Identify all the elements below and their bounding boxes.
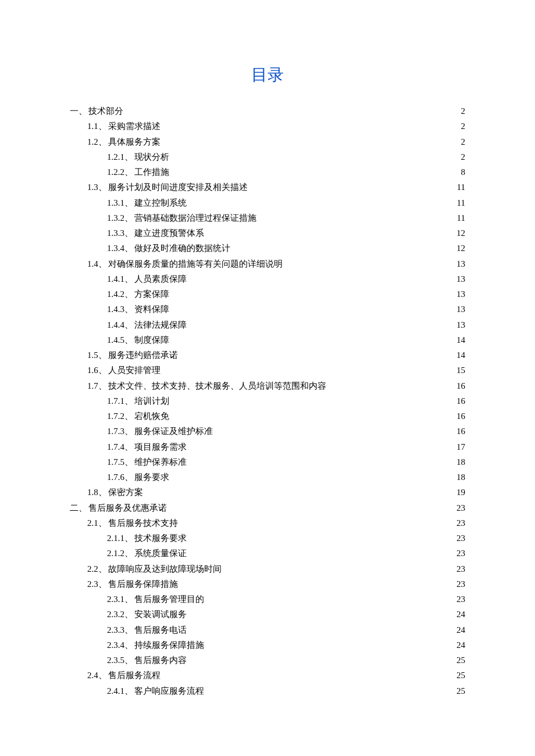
toc-entry[interactable]: 1.3.1、建立控制系统11 <box>107 195 465 210</box>
toc-entry[interactable]: 2.1、售后服务技术支持23 <box>87 515 465 531</box>
toc-entry-number: 1.4.3、 <box>107 302 133 317</box>
toc-entry-text: 服务保证及维护标准 <box>134 424 213 439</box>
toc-entry[interactable]: 一、技术部分2 <box>70 103 465 119</box>
toc-entry[interactable]: 1.2、具体服务方案2 <box>87 134 465 149</box>
toc-entry[interactable]: 1.7、技术文件、技术支持、技术服务、人员培训等范围和内容16 <box>87 378 465 393</box>
toc-entry[interactable]: 1.4.4、法律法规保障13 <box>107 317 465 332</box>
toc-entry-number: 2.3.5、 <box>107 653 133 668</box>
toc-entry-number: 1.3.4、 <box>107 241 133 256</box>
toc-entry-page: 16 <box>454 424 465 439</box>
toc-entry-page: 23 <box>454 576 465 592</box>
toc-entry-number: 2.1.2、 <box>107 546 133 561</box>
toc-entry[interactable]: 1.7.4、项目服务需求17 <box>107 439 465 454</box>
toc-entry-text: 维护保养标准 <box>134 454 187 470</box>
toc-entry[interactable]: 1.6、人员安排管理15 <box>87 363 465 378</box>
toc-entry[interactable]: 1.3.4、做好及时准确的数据统计12 <box>107 241 465 256</box>
toc-entry[interactable]: 2.3.2、安装调试服务24 <box>107 607 465 622</box>
toc-entry-number: 1.7.4、 <box>107 439 133 454</box>
toc-entry-number: 1.3、 <box>87 180 107 195</box>
toc-entry-page: 23 <box>454 546 465 561</box>
toc-entry-number: 1.4.1、 <box>107 271 133 286</box>
toc-entry-number: 1.2、 <box>87 134 107 149</box>
toc-entry-text: 方案保障 <box>134 286 169 302</box>
toc-entry-text: 建立控制系统 <box>134 195 187 210</box>
toc-entry-number: 1.7.6、 <box>107 470 133 485</box>
toc-entry[interactable]: 二、售后服务及优惠承诺23 <box>70 500 465 515</box>
toc-entry-page: 17 <box>454 439 465 454</box>
toc-entry-text: 售后服务管理目的 <box>134 592 204 607</box>
toc-entry-text: 具体服务方案 <box>108 134 160 149</box>
toc-entry-page: 8 <box>459 164 466 180</box>
toc-entry-number: 1.7.2、 <box>107 409 133 424</box>
toc-entry-text: 项目服务需求 <box>134 439 187 454</box>
toc-entry-text: 售后服务保障措施 <box>108 576 178 592</box>
toc-entry-number: 1.3.3、 <box>107 225 133 241</box>
toc-entry[interactable]: 1.7.2、宕机恢免16 <box>107 409 465 424</box>
toc-title: 目录 <box>70 64 465 86</box>
toc-entry[interactable]: 2.3、售后服务保障措施23 <box>87 576 465 592</box>
toc-entry-number: 1.7.3、 <box>107 424 133 439</box>
toc-entry-number: 1.2.1、 <box>107 149 133 164</box>
toc-entry-page: 11 <box>455 180 465 195</box>
toc-entry-number: 1.2.2、 <box>107 164 133 180</box>
toc-entry[interactable]: 2.4.1、客户响应服务流程25 <box>107 683 465 698</box>
toc-entry-number: 1.4、 <box>87 256 107 271</box>
toc-entry-text: 技术文件、技术支持、技术服务、人员培训等范围和内容 <box>108 378 326 393</box>
toc-entry[interactable]: 1.3.3、建立进度预警体系12 <box>107 225 465 241</box>
toc-entry-text: 现状分析 <box>134 149 169 164</box>
toc-entry-page: 13 <box>454 302 465 317</box>
toc-entry[interactable]: 1.1、采购需求描述2 <box>87 119 465 134</box>
toc-entry-page: 23 <box>454 531 465 546</box>
toc-entry[interactable]: 1.8、保密方案19 <box>87 485 465 500</box>
toc-entry-text: 售后服务流程 <box>108 668 160 683</box>
toc-entry-page: 14 <box>454 347 465 363</box>
toc-entry[interactable]: 1.7.5、维护保养标准18 <box>107 454 465 470</box>
toc-entry-text: 建立进度预警体系 <box>134 225 204 241</box>
toc-entry-text: 技术部分 <box>88 103 123 119</box>
toc-entry[interactable]: 1.5、服务违约赔偿承诺14 <box>87 347 465 363</box>
toc-entry[interactable]: 1.4.5、制度保障14 <box>107 332 465 347</box>
toc-entry-number: 2.1.1、 <box>107 531 133 546</box>
toc-entry-page: 16 <box>454 393 465 409</box>
toc-entry-text: 培训计划 <box>134 393 169 409</box>
toc-entry[interactable]: 2.3.3、售后服务电话24 <box>107 622 465 637</box>
toc-entry-page: 23 <box>454 515 465 531</box>
toc-entry-text: 系统质量保证 <box>134 546 187 561</box>
toc-entry-page: 14 <box>454 332 465 347</box>
toc-entry[interactable]: 1.4、对确保服务质量的措施等有关问题的详细说明13 <box>87 256 465 271</box>
toc-entry-text: 服务要求 <box>134 470 169 485</box>
toc-entry-number: 1.3.2、 <box>107 210 133 225</box>
toc-entry[interactable]: 1.7.1、培训计划16 <box>107 393 465 409</box>
toc-entry[interactable]: 1.4.3、资料保障13 <box>107 302 465 317</box>
toc-entry[interactable]: 1.4.2、方案保障13 <box>107 286 465 302</box>
toc-entry[interactable]: 1.3.2、营销基础数据治理过程保证措施11 <box>107 210 465 225</box>
toc-entry[interactable]: 1.4.1、人员素质保障13 <box>107 271 465 286</box>
toc-entry-text: 制度保障 <box>134 332 169 347</box>
toc-entry[interactable]: 2.2、故障响应及达到故障现场时间23 <box>87 561 465 576</box>
toc-entry-page: 2 <box>459 103 466 119</box>
toc-entry-number: 2.3.2、 <box>107 607 133 622</box>
toc-entry[interactable]: 1.2.1、现状分析2 <box>107 149 465 164</box>
toc-entry[interactable]: 2.1.1、技术服务要求23 <box>107 531 465 546</box>
toc-entry[interactable]: 1.7.3、服务保证及维护标准16 <box>107 424 465 439</box>
toc-entry[interactable]: 2.3.5、售后服务内容25 <box>107 653 465 668</box>
toc-entry[interactable]: 2.3.1、售后服务管理目的23 <box>107 592 465 607</box>
toc-entry[interactable]: 1.7.6、服务要求18 <box>107 470 465 485</box>
toc-entry-text: 人员素质保障 <box>134 271 187 286</box>
toc-entry-page: 2 <box>459 134 466 149</box>
toc-entry-number: 2.3、 <box>87 576 107 592</box>
toc-entry[interactable]: 2.3.4、持续服务保障措施24 <box>107 637 465 653</box>
toc-entry-page: 16 <box>454 409 465 424</box>
toc-entry-number: 2.3.1、 <box>107 592 133 607</box>
toc-entry-page: 2 <box>459 119 466 134</box>
toc-entry[interactable]: 1.2.2、工作措施8 <box>107 164 465 180</box>
toc-entry-page: 11 <box>455 210 465 225</box>
toc-entry-page: 25 <box>454 653 465 668</box>
toc-entry[interactable]: 2.4、售后服务流程25 <box>87 668 465 683</box>
toc-entry-number: 二、 <box>70 500 87 515</box>
toc-entry[interactable]: 2.1.2、系统质量保证23 <box>107 546 465 561</box>
toc-entry-page: 23 <box>454 561 465 576</box>
toc-entry-number: 1.7.5、 <box>107 454 133 470</box>
toc-entry-number: 2.4、 <box>87 668 107 683</box>
toc-entry[interactable]: 1.3、服务计划及时间进度安排及相关描述11 <box>87 180 465 195</box>
